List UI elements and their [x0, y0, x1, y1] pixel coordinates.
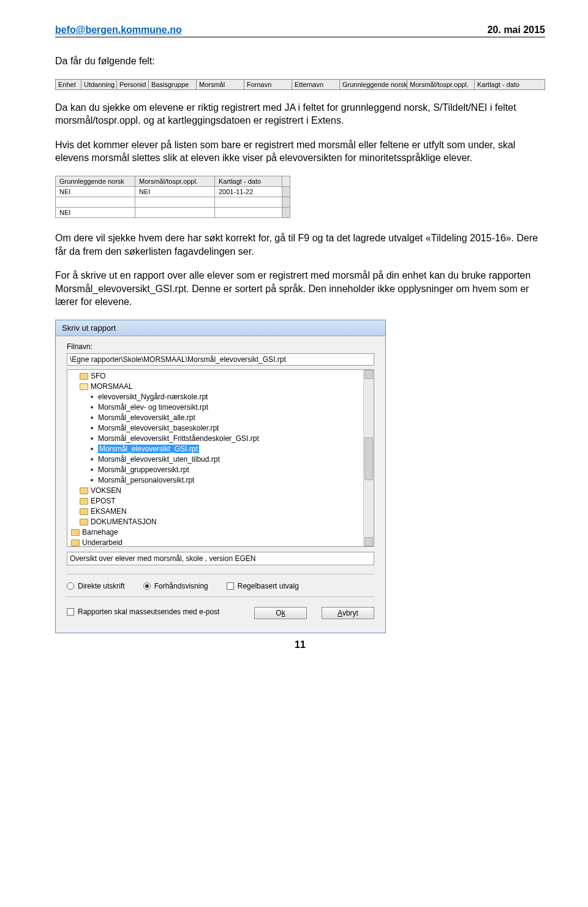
- tree-folder[interactable]: EPOST: [67, 496, 374, 506]
- scroll-down-icon[interactable]: [364, 537, 373, 546]
- dialog-divider: [67, 574, 374, 574]
- folder-icon: [80, 383, 88, 390]
- folder-icon: [80, 508, 88, 515]
- st-col-gn[interactable]: Grunnleggende norsk: [56, 176, 135, 186]
- tree-item-label: Morsmål_personaloversikt.rpt: [98, 476, 194, 484]
- st-col-mt[interactable]: Morsmål/tospr.oppl.: [135, 176, 215, 186]
- file-bullet-icon: [91, 458, 93, 461]
- tree-folder[interactable]: Underarbeid: [67, 538, 374, 547]
- file-bullet-icon: [91, 469, 93, 471]
- tree-item-label: Morsmål_elevoversikt_GSI.rpt: [98, 445, 199, 453]
- tree-item-label: VOKSEN: [91, 486, 121, 495]
- file-bullet-icon: [91, 479, 93, 481]
- report-tree[interactable]: SFOMORSMAALelevoversikt_Nygård-nærskole.…: [67, 369, 374, 547]
- checkbox-icon: [67, 608, 74, 615]
- tree-item-label: Morsmål_elevoversikt_alle.rpt: [98, 413, 195, 422]
- folder-icon: [71, 529, 80, 536]
- checkbox-regelbasert-utvalg[interactable]: Regelbasert utvalg: [227, 582, 299, 590]
- tree-item-label: SFO: [91, 372, 106, 380]
- tree-folder[interactable]: SFO: [67, 371, 374, 382]
- tree-item-label: Morsmål_gruppeoversikt.rpt: [98, 465, 189, 474]
- st-col-kd[interactable]: Kartlagt - dato: [215, 176, 282, 186]
- scroll-thumb[interactable]: [364, 437, 373, 480]
- folder-icon: [80, 487, 88, 494]
- file-bullet-icon: [91, 448, 93, 450]
- radio-icon: [143, 582, 151, 590]
- col-kartlagt-dato[interactable]: Kartlagt - dato: [475, 80, 545, 89]
- col-personid[interactable]: Personid: [117, 80, 149, 89]
- paragraph-5: For å skrive ut en rapport over alle ele…: [55, 269, 545, 309]
- tree-item-label: Morsmål_elev- og timeoversikt.rpt: [98, 403, 208, 412]
- col-grunnleggende-norsk[interactable]: Grunnleggende norsk: [340, 80, 407, 89]
- tree-item-label: DOKUMENTASJON: [91, 517, 157, 526]
- ok-button[interactable]: Ok: [254, 607, 307, 619]
- folder-icon: [80, 373, 88, 380]
- col-fornavn[interactable]: Fornavn: [244, 80, 292, 89]
- page-number: 11: [55, 639, 545, 650]
- paragraph-1: Da får du følgende felt:: [55, 55, 545, 68]
- tree-file[interactable]: Morsmål_elevoversikt_uten_tilbud.rpt: [67, 454, 374, 465]
- tree-item-label: Morsmål_elevoversikt_baseskoler.rpt: [98, 424, 219, 432]
- tree-file[interactable]: Morsmål_gruppeoversikt.rpt: [67, 465, 374, 475]
- tree-folder[interactable]: VOKSEN: [67, 486, 374, 496]
- column-header-strip: Enhet Utdanning Personid Basisgruppe Mor…: [55, 79, 545, 90]
- tree-item-label: MORSMAAL: [91, 382, 133, 391]
- header-date: 20. mai 2015: [488, 24, 545, 36]
- print-report-dialog: Skriv ut rapport Filnavn: SFOMORSMAALele…: [55, 320, 386, 633]
- tree-folder[interactable]: Barnehage: [67, 527, 374, 538]
- tree-item-label: Barnehage: [82, 528, 118, 536]
- tree-item-label: Morsmål_elevoversikt_Frittståendeskoler_…: [98, 434, 259, 443]
- st-edge: [282, 176, 290, 186]
- table-row[interactable]: [56, 197, 290, 207]
- description-box[interactable]: Oversikt over elever med morsmål, skole …: [67, 552, 374, 565]
- tree-file[interactable]: Morsmål_elevoversikt_baseskoler.rpt: [67, 423, 374, 434]
- page-header: befo@bergen.kommune.no 20. mai 2015: [55, 24, 545, 36]
- tree-file[interactable]: Morsmål_elevoversikt_alle.rpt: [67, 413, 374, 423]
- paragraph-2: Da kan du sjekke om elevene er riktig re…: [55, 101, 545, 127]
- radio-direkte-utskrift[interactable]: Direkte utskrift: [67, 582, 125, 590]
- tree-file[interactable]: Morsmål_elevoversikt_GSI.rpt: [67, 444, 374, 454]
- tree-item-label: EPOST: [91, 497, 116, 505]
- example-table: Grunnleggende norsk Morsmål/tospr.oppl. …: [55, 176, 545, 218]
- col-etternavn[interactable]: Etternavn: [292, 80, 340, 89]
- col-basisgruppe[interactable]: Basisgruppe: [149, 80, 197, 89]
- col-utdanning[interactable]: Utdanning: [81, 80, 117, 89]
- folder-icon: [80, 519, 88, 525]
- file-bullet-icon: [91, 406, 93, 408]
- checkbox-icon: [227, 582, 234, 590]
- col-morsmal-tospr[interactable]: Morsmål/tospr.oppl.: [407, 80, 475, 89]
- filnavn-label: Filnavn:: [67, 342, 92, 351]
- header-email[interactable]: befo@bergen.kommune.no: [55, 24, 182, 36]
- radio-icon: [67, 582, 74, 590]
- checkbox-masseutsend[interactable]: Rapporten skal masseutsendes med e-post: [67, 608, 219, 616]
- radio-forhandsvisning[interactable]: Forhåndsvisning: [143, 582, 208, 590]
- col-enhet[interactable]: Enhet: [56, 80, 81, 89]
- tree-file[interactable]: Morsmål_personaloversikt.rpt: [67, 475, 374, 486]
- tree-item-label: Morsmål_elevoversikt_uten_tilbud.rpt: [98, 455, 220, 464]
- tree-item-label: elevoversikt_Nygård-nærskole.rpt: [98, 393, 208, 401]
- dialog-titlebar[interactable]: Skriv ut rapport: [56, 320, 385, 336]
- file-bullet-icon: [91, 416, 93, 419]
- file-bullet-icon: [91, 437, 93, 440]
- file-bullet-icon: [91, 427, 93, 429]
- avbryt-button[interactable]: Avbryt: [322, 607, 374, 619]
- table-row[interactable]: NEI NEI 2001-11-22: [56, 186, 290, 197]
- tree-item-label: EKSAMEN: [91, 507, 127, 516]
- col-morsmal[interactable]: Morsmål: [197, 80, 244, 89]
- tree-scrollbar[interactable]: [363, 370, 374, 546]
- folder-icon: [80, 498, 88, 505]
- table-row[interactable]: NEI: [56, 207, 290, 217]
- folder-icon: [71, 540, 80, 546]
- filnavn-input[interactable]: [67, 353, 374, 366]
- scroll-up-icon[interactable]: [364, 370, 373, 379]
- header-divider: [55, 37, 545, 37]
- file-bullet-icon: [91, 396, 93, 398]
- tree-file[interactable]: Morsmål_elevoversikt_Frittståendeskoler_…: [67, 434, 374, 444]
- tree-folder[interactable]: EKSAMEN: [67, 506, 374, 517]
- tree-folder[interactable]: DOKUMENTASJON: [67, 517, 374, 527]
- tree-file[interactable]: Morsmål_elev- og timeoversikt.rpt: [67, 402, 374, 413]
- tree-file[interactable]: elevoversikt_Nygård-nærskole.rpt: [67, 392, 374, 402]
- dialog-divider: [67, 597, 374, 597]
- tree-item-label: Underarbeid: [82, 538, 123, 547]
- tree-folder[interactable]: MORSMAAL: [67, 382, 374, 392]
